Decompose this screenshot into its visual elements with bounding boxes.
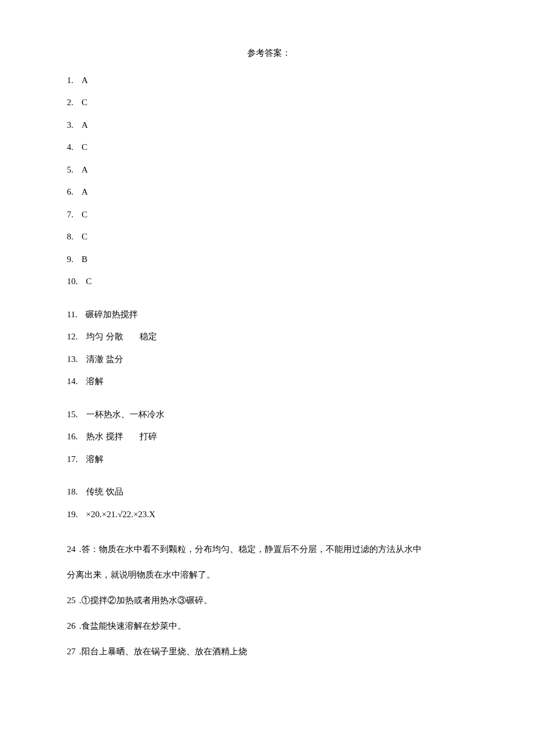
answer-number: 8. [67, 230, 73, 243]
answer-number: 4. [67, 141, 73, 154]
answer-number: 14. [67, 375, 78, 388]
fill-answer-row: 17.溶解 [67, 453, 471, 466]
fill-answer-row: 16.热水 搅拌打碎 [67, 430, 471, 443]
answer-number: 11. [67, 308, 77, 321]
answer-text: ×20.×21.√22.×23.X [86, 510, 155, 519]
answer-number: 18. [67, 485, 78, 499]
answer-number: 13. [67, 353, 78, 366]
answer-letter: A [81, 119, 88, 132]
answer-text: 碾碎加热搅拌 [85, 310, 138, 319]
answer-number: 12. [67, 330, 78, 343]
mc-answer-row: 1.A [67, 74, 471, 87]
answer-text-line1: 物质在水中看不到颗粒，分布均匀、稳定，静置后不分层，不能用过滤的方法从水中 [99, 544, 422, 554]
answer-letter: B [81, 253, 87, 266]
answer-number: 7. [67, 208, 73, 221]
answer-text: 清澈 盐分 [86, 354, 123, 364]
answer-text: 一杯热水、一杯冷水 [86, 410, 165, 419]
answer-27: 27.阳台上暴晒、放在锅子里烧、放在酒精上烧 [67, 643, 471, 660]
answer-24-continuation: 分离出来，就说明物质在水中溶解了。 [67, 566, 471, 583]
answer-24: 24.答：物质在水中看不到颗粒，分布均匀、稳定，静置后不分层，不能用过滤的方法从… [67, 540, 471, 558]
mc-answer-row: 2.C [67, 96, 471, 109]
mc-answer-row: 5.A [67, 163, 471, 177]
mc-answer-row: 7.C [67, 208, 471, 221]
answer-number: 17. [67, 453, 78, 466]
answer-26: 26.食盐能快速溶解在炒菜中。 [67, 617, 471, 635]
mc-answer-row: 3.A [67, 119, 471, 132]
mc-answer-row: 4.C [67, 141, 471, 154]
mc-answer-row: 6.A [67, 185, 471, 199]
answer-number: 6. [67, 185, 73, 199]
answer-number: 16. [67, 430, 78, 443]
answer-text: .阳台上暴晒、放在锅子里烧、放在酒精上烧 [79, 647, 247, 656]
answer-text: 稳定 [140, 332, 157, 341]
answer-prefix: .答： [79, 544, 99, 554]
answer-number: 9. [67, 253, 73, 266]
fill-answer-row: 15.一杯热水、一杯冷水 [67, 408, 471, 421]
answer-letter: A [81, 163, 88, 177]
answer-text: 传统 饮品 [86, 487, 123, 496]
answer-text: .食盐能快速溶解在炒菜中。 [79, 621, 186, 630]
answer-number: 26 [67, 621, 76, 630]
answer-letter: C [86, 275, 92, 288]
fill-answer-row: 18.传统 饮品 [67, 485, 471, 499]
answer-text: 热水 搅拌 [86, 432, 123, 441]
answer-text: 打碎 [140, 432, 157, 441]
fill-answer-row: 12.均匀 分散稳定 [67, 330, 471, 343]
answer-text: 溶解 [86, 377, 104, 386]
mc-answer-row: 10.C [67, 275, 471, 288]
multiple-choice-answers: 1.A2.C3.A4.C5.A6.A7.C8.C9.B10.C [67, 74, 471, 288]
answer-letter: C [81, 96, 87, 109]
fill-blank-group-2: 15.一杯热水、一杯冷水16.热水 搅拌打碎17.溶解 [67, 408, 471, 466]
answer-letter: A [81, 74, 88, 87]
mc-answer-row: 8.C [67, 230, 471, 243]
fill-blank-group-1: 11.碾碎加热搅拌12.均匀 分散稳定13.清澈 盐分14.溶解 [67, 308, 471, 388]
fill-blank-group-3: 18.传统 饮品19.×20.×21.√22.×23.X [67, 485, 471, 521]
answer-letter: C [81, 208, 87, 221]
fill-answer-row: 13.清澈 盐分 [67, 353, 471, 366]
answer-letter: C [81, 230, 87, 243]
answer-number: 27 [67, 647, 76, 656]
answer-number: 2. [67, 96, 73, 109]
answer-number: 25 [67, 596, 76, 605]
answer-text: 均匀 分散 [86, 332, 123, 341]
answer-number: 24 [67, 544, 76, 554]
fill-answer-row: 11.碾碎加热搅拌 [67, 308, 471, 321]
answer-number: 1. [67, 74, 73, 87]
answer-letter: A [81, 185, 88, 199]
answer-number: 3. [67, 119, 73, 132]
answer-number: 10. [67, 275, 78, 288]
answer-letter: C [81, 141, 87, 154]
answer-number: 19. [67, 508, 78, 521]
mc-answer-row: 9.B [67, 253, 471, 266]
answer-25: 25.①搅拌②加热或者用热水③碾碎。 [67, 592, 471, 609]
answer-number: 15. [67, 408, 78, 421]
page-title: 参考答案： [67, 46, 471, 60]
answer-text: .①搅拌②加热或者用热水③碾碎。 [79, 596, 212, 605]
fill-answer-row: 19.×20.×21.√22.×23.X [67, 508, 471, 521]
answer-number: 5. [67, 163, 73, 177]
fill-answer-row: 14.溶解 [67, 375, 471, 388]
answer-text: 溶解 [86, 454, 104, 464]
